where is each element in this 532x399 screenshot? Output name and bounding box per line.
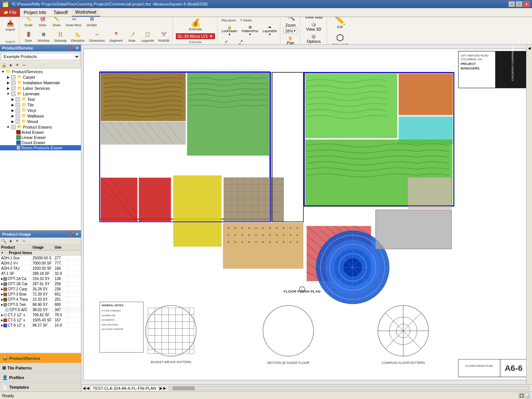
minimize-button[interactable]: ─ — [508, 1, 515, 7]
tab-nav-prev[interactable]: ◀ — [83, 386, 86, 390]
t-seam-button[interactable]: T T-Seam — [238, 17, 254, 23]
row-adh2[interactable]: ADH-2 V-I 7000.00 SF 777. — [0, 261, 81, 266]
options-button[interactable]: ⚙️ Options ▼ — [303, 33, 324, 45]
row-adh1[interactable]: ADH-1 Sus 25000.00 S 277 — [0, 256, 81, 261]
add-btn[interactable]: + — [8, 62, 14, 68]
row-cpt5ac[interactable]: CPT-5-A/C 38.62 SY 347 — [0, 307, 81, 313]
expand-product-services[interactable]: ▼ — [1, 69, 5, 74]
expand-ct8[interactable]: ▶ — [1, 324, 3, 327]
dimension-button[interactable]: ↔ Dimension — [88, 29, 107, 44]
row-ct2[interactable]: ▶CT-2 12" x 706.82 SF 78.5 — [0, 313, 81, 318]
view-3d-button[interactable]: 🎲 View 3D — [303, 21, 324, 33]
tree-item-areal-eraser[interactable]: Areal Eraser — [0, 130, 81, 135]
worksheet-menu[interactable]: Worksheet — [72, 8, 100, 17]
expand-tile[interactable]: ▶ — [10, 103, 15, 107]
tree-item-tile[interactable]: ▶ 📁 Tile — [0, 102, 81, 108]
tab-nav-right[interactable]: ▶ — [160, 386, 163, 390]
door-button[interactable]: 🚪 Door — [22, 29, 35, 44]
view-wall-button[interactable]: 🧱 View Wall — [303, 17, 324, 20]
collapse-btn[interactable]: ─ — [21, 62, 27, 68]
nav-tab-tile-patterns[interactable]: ⊞ Tile Patterns — [0, 363, 81, 372]
row-cpt1b[interactable]: ▶CPT-1B Car 287.61 SY 258 — [0, 282, 81, 287]
import-button[interactable]: 📥 Import — [4, 18, 17, 33]
estimate-button[interactable]: 💰 Estimate — [187, 17, 204, 32]
panel-close[interactable]: ✕ — [75, 46, 79, 51]
panel-pin[interactable]: 📌 — [69, 46, 74, 51]
data-remove-btn[interactable]: ✕ — [14, 238, 20, 244]
tab-nav-next[interactable]: ▶ — [163, 386, 166, 390]
expand-cpt3[interactable]: ▶ — [1, 293, 3, 296]
project-info-menu[interactable]: Project Info — [20, 8, 50, 17]
expand-installation[interactable]: ▶ — [6, 81, 10, 85]
maximize-button[interactable]: □ — [516, 1, 522, 7]
segment-button[interactable]: 📍 Segment — [108, 29, 125, 44]
tree-item-carpet[interactable]: ▶ 📁 Carpet — [0, 74, 81, 80]
expand-erasers[interactable]: ▼ — [6, 125, 10, 129]
row-ct5[interactable]: ▶CT-5 12" x 1505.43 SF 167 — [0, 318, 81, 323]
disto-button[interactable]: 🎯 Disto — [36, 17, 49, 28]
rmedit-button[interactable]: ✂️ RmEdit — [157, 29, 171, 44]
expand-cpt1a[interactable]: ▶ — [1, 277, 3, 280]
project-items-expand[interactable]: ▼ — [1, 251, 4, 255]
row-cpt4[interactable]: ▶CPT-4 Thea 22.33 SY 201 — [0, 297, 81, 302]
legends-button[interactable]: 📋 Legends — [139, 29, 156, 44]
data-collapse-btn[interactable]: ─ — [21, 238, 27, 244]
canvas-scrollbar[interactable] — [168, 386, 529, 391]
row-adh3[interactable]: ADH-3 TAJ 1500.00 SF 166 — [0, 266, 81, 271]
product-selector[interactable]: SL-28 Allura LV1 ▼ — [176, 33, 215, 39]
expand-ct2[interactable]: ▶ — [1, 314, 3, 317]
expand-test[interactable]: ▶ — [10, 97, 15, 102]
tree-item-vinyl[interactable]: ▶ 📁 Vinyl — [0, 108, 81, 113]
row-cpt3[interactable]: ▶CPT-3 Bow 72.39 SY 651 — [0, 292, 81, 297]
zoom-button[interactable]: 🔍 — [284, 17, 297, 22]
lockseam-button[interactable]: 🔒 LockSeam ▼ — [220, 24, 239, 37]
expand-cpt1b[interactable]: ▶ — [1, 283, 3, 286]
row-cpt5[interactable]: ▶CPT-5 Twir 88.96 SY 800 — [0, 302, 81, 307]
close-button[interactable]: ✕ — [523, 1, 530, 7]
scale-button[interactable]: 📏 Scale — [22, 17, 35, 28]
project-items-row[interactable]: ▼ Project Items — [0, 250, 81, 256]
stairway-button[interactable]: 🪜 Stairway — [52, 29, 69, 44]
elevation-button[interactable]: 📐 Elevation — [69, 29, 87, 44]
row-at1[interactable]: AT-1 SF 288.18 SF 32.0 — [0, 271, 81, 276]
row-ct8[interactable]: ▶CT-8 12" x 98.27 SF 10.9 — [0, 323, 81, 328]
tree-item-erasers[interactable]: ▼ 📂 Product Erasers — [0, 124, 81, 130]
draw-rect-button[interactable]: ▭ Draw Rect. — [64, 17, 84, 28]
expand-carpet[interactable]: ▶ — [6, 75, 10, 79]
edit-button[interactable]: ✏️ Edit — [332, 17, 347, 30]
tree-item-room-eraser[interactable]: Room Products Eraser — [0, 145, 81, 150]
file-menu[interactable]: 📁 File — [0, 8, 20, 17]
tree-item-labor[interactable]: ▶ 📁 Labor Services — [0, 85, 81, 91]
expand-cpt4[interactable]: ▶ — [1, 298, 3, 301]
expand-wallbase[interactable]: ▶ — [10, 114, 15, 118]
collapse-right-btn[interactable]: ◀ — [528, 46, 531, 50]
row-cpt1a[interactable]: ▶CPT-1A Ca 154.33 SY 138 — [0, 276, 81, 282]
relayout-button[interactable]: ↻ ReLayout — [220, 17, 238, 23]
tab-nav-left[interactable]: ◀ — [86, 386, 89, 390]
takeoff-menu[interactable]: Takeoff — [50, 8, 71, 17]
tree-item-product-services[interactable]: ▼ 📁 Product/Services — [0, 69, 81, 74]
canvas-tab[interactable]: TEST-CLA-324-A6-6-FL-FIN-PLAN — [90, 385, 159, 391]
product-dropdown[interactable]: Example Products — [1, 53, 80, 60]
data-add-btn[interactable]: + — [8, 238, 14, 244]
nav-tab-templates[interactable]: 📄 Templates — [0, 382, 81, 392]
expand-wood[interactable]: ▶ — [10, 119, 15, 124]
window-button[interactable]: ⊞ Window — [36, 29, 51, 44]
expand-labor[interactable]: ▶ — [6, 86, 10, 91]
nav-tab-profiles[interactable]: 👤 Profiles — [0, 372, 81, 382]
data-panel-pin[interactable]: 📌 — [69, 232, 74, 237]
tree-item-laminate[interactable]: ▼ 📂 Laminate — [0, 91, 81, 96]
tree-item-wood[interactable]: ▶ 📁 Wood — [0, 119, 81, 124]
floor-plan-svg[interactable]: 1677 WATKINS ROAD COLUMBUS, OH PROJECT M… — [81, 45, 532, 384]
nav-tab-product-service[interactable]: 📦 Product/Service — [0, 353, 81, 363]
tree-item-linear-eraser[interactable]: Linear Eraser — [0, 135, 81, 140]
tree-item-test[interactable]: ▶ 📁 Test — [0, 96, 81, 102]
expand-ct5[interactable]: ▶ — [1, 319, 3, 322]
data-panel-close[interactable]: ✕ — [75, 232, 79, 237]
canvas-scrollbar-thumb[interactable] — [173, 386, 195, 390]
expand-cpt5[interactable]: ▶ — [1, 303, 3, 306]
tree-item-wallbase[interactable]: ▶ 📁 Wallbase — [0, 113, 81, 119]
out-button[interactable]: ↗ Out — [235, 38, 248, 45]
expand-laminate[interactable]: ▼ — [6, 92, 10, 96]
shape-edit-button[interactable]: ⬡ Shape Edit — [330, 31, 350, 45]
